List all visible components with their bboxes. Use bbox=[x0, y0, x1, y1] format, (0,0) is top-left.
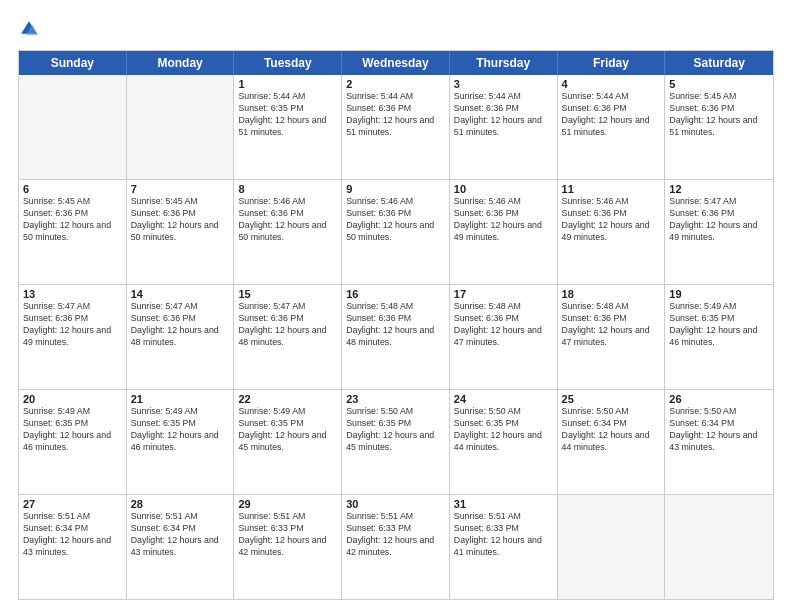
day-number: 15 bbox=[238, 288, 337, 300]
calendar-cell: 30Sunrise: 5:51 AM Sunset: 6:33 PM Dayli… bbox=[342, 495, 450, 599]
day-info: Sunrise: 5:47 AM Sunset: 6:36 PM Dayligh… bbox=[669, 196, 769, 244]
calendar-header-cell: Sunday bbox=[19, 51, 127, 75]
day-info: Sunrise: 5:51 AM Sunset: 6:34 PM Dayligh… bbox=[131, 511, 230, 559]
calendar-cell bbox=[127, 75, 235, 179]
calendar-cell: 20Sunrise: 5:49 AM Sunset: 6:35 PM Dayli… bbox=[19, 390, 127, 494]
calendar-cell: 5Sunrise: 5:45 AM Sunset: 6:36 PM Daylig… bbox=[665, 75, 773, 179]
day-info: Sunrise: 5:46 AM Sunset: 6:36 PM Dayligh… bbox=[346, 196, 445, 244]
day-number: 22 bbox=[238, 393, 337, 405]
day-info: Sunrise: 5:50 AM Sunset: 6:35 PM Dayligh… bbox=[454, 406, 553, 454]
calendar-cell: 27Sunrise: 5:51 AM Sunset: 6:34 PM Dayli… bbox=[19, 495, 127, 599]
calendar-body: 1Sunrise: 5:44 AM Sunset: 6:35 PM Daylig… bbox=[19, 75, 773, 599]
day-info: Sunrise: 5:44 AM Sunset: 6:36 PM Dayligh… bbox=[562, 91, 661, 139]
page: SundayMondayTuesdayWednesdayThursdayFrid… bbox=[0, 0, 792, 612]
calendar-cell: 21Sunrise: 5:49 AM Sunset: 6:35 PM Dayli… bbox=[127, 390, 235, 494]
day-info: Sunrise: 5:47 AM Sunset: 6:36 PM Dayligh… bbox=[23, 301, 122, 349]
day-number: 6 bbox=[23, 183, 122, 195]
calendar-week-row: 13Sunrise: 5:47 AM Sunset: 6:36 PM Dayli… bbox=[19, 284, 773, 389]
day-info: Sunrise: 5:51 AM Sunset: 6:33 PM Dayligh… bbox=[346, 511, 445, 559]
day-number: 16 bbox=[346, 288, 445, 300]
day-info: Sunrise: 5:47 AM Sunset: 6:36 PM Dayligh… bbox=[131, 301, 230, 349]
calendar-cell: 29Sunrise: 5:51 AM Sunset: 6:33 PM Dayli… bbox=[234, 495, 342, 599]
day-number: 7 bbox=[131, 183, 230, 195]
calendar-cell: 25Sunrise: 5:50 AM Sunset: 6:34 PM Dayli… bbox=[558, 390, 666, 494]
logo-icon bbox=[18, 18, 40, 40]
day-number: 9 bbox=[346, 183, 445, 195]
day-info: Sunrise: 5:49 AM Sunset: 6:35 PM Dayligh… bbox=[669, 301, 769, 349]
calendar-cell: 6Sunrise: 5:45 AM Sunset: 6:36 PM Daylig… bbox=[19, 180, 127, 284]
day-number: 19 bbox=[669, 288, 769, 300]
calendar-cell: 9Sunrise: 5:46 AM Sunset: 6:36 PM Daylig… bbox=[342, 180, 450, 284]
calendar-cell: 26Sunrise: 5:50 AM Sunset: 6:34 PM Dayli… bbox=[665, 390, 773, 494]
calendar-cell: 19Sunrise: 5:49 AM Sunset: 6:35 PM Dayli… bbox=[665, 285, 773, 389]
day-info: Sunrise: 5:46 AM Sunset: 6:36 PM Dayligh… bbox=[562, 196, 661, 244]
day-number: 20 bbox=[23, 393, 122, 405]
day-info: Sunrise: 5:45 AM Sunset: 6:36 PM Dayligh… bbox=[131, 196, 230, 244]
day-number: 17 bbox=[454, 288, 553, 300]
calendar-cell: 13Sunrise: 5:47 AM Sunset: 6:36 PM Dayli… bbox=[19, 285, 127, 389]
calendar-header-cell: Thursday bbox=[450, 51, 558, 75]
calendar-cell: 10Sunrise: 5:46 AM Sunset: 6:36 PM Dayli… bbox=[450, 180, 558, 284]
day-info: Sunrise: 5:50 AM Sunset: 6:34 PM Dayligh… bbox=[562, 406, 661, 454]
calendar-cell: 17Sunrise: 5:48 AM Sunset: 6:36 PM Dayli… bbox=[450, 285, 558, 389]
day-number: 1 bbox=[238, 78, 337, 90]
calendar-cell: 2Sunrise: 5:44 AM Sunset: 6:36 PM Daylig… bbox=[342, 75, 450, 179]
day-number: 8 bbox=[238, 183, 337, 195]
calendar-cell: 18Sunrise: 5:48 AM Sunset: 6:36 PM Dayli… bbox=[558, 285, 666, 389]
day-info: Sunrise: 5:47 AM Sunset: 6:36 PM Dayligh… bbox=[238, 301, 337, 349]
day-number: 21 bbox=[131, 393, 230, 405]
day-info: Sunrise: 5:46 AM Sunset: 6:36 PM Dayligh… bbox=[454, 196, 553, 244]
day-number: 25 bbox=[562, 393, 661, 405]
calendar-header-cell: Tuesday bbox=[234, 51, 342, 75]
calendar-cell: 8Sunrise: 5:46 AM Sunset: 6:36 PM Daylig… bbox=[234, 180, 342, 284]
calendar-cell: 15Sunrise: 5:47 AM Sunset: 6:36 PM Dayli… bbox=[234, 285, 342, 389]
calendar-cell bbox=[19, 75, 127, 179]
calendar-cell: 31Sunrise: 5:51 AM Sunset: 6:33 PM Dayli… bbox=[450, 495, 558, 599]
day-info: Sunrise: 5:48 AM Sunset: 6:36 PM Dayligh… bbox=[346, 301, 445, 349]
calendar-cell: 4Sunrise: 5:44 AM Sunset: 6:36 PM Daylig… bbox=[558, 75, 666, 179]
calendar-header-cell: Friday bbox=[558, 51, 666, 75]
calendar-cell: 12Sunrise: 5:47 AM Sunset: 6:36 PM Dayli… bbox=[665, 180, 773, 284]
calendar-cell: 3Sunrise: 5:44 AM Sunset: 6:36 PM Daylig… bbox=[450, 75, 558, 179]
day-number: 4 bbox=[562, 78, 661, 90]
day-number: 5 bbox=[669, 78, 769, 90]
day-info: Sunrise: 5:49 AM Sunset: 6:35 PM Dayligh… bbox=[23, 406, 122, 454]
calendar-header-cell: Monday bbox=[127, 51, 235, 75]
day-info: Sunrise: 5:45 AM Sunset: 6:36 PM Dayligh… bbox=[23, 196, 122, 244]
calendar-header-row: SundayMondayTuesdayWednesdayThursdayFrid… bbox=[19, 51, 773, 75]
calendar-cell: 24Sunrise: 5:50 AM Sunset: 6:35 PM Dayli… bbox=[450, 390, 558, 494]
day-number: 12 bbox=[669, 183, 769, 195]
calendar-header-cell: Saturday bbox=[665, 51, 773, 75]
day-info: Sunrise: 5:50 AM Sunset: 6:35 PM Dayligh… bbox=[346, 406, 445, 454]
calendar-header-cell: Wednesday bbox=[342, 51, 450, 75]
day-number: 29 bbox=[238, 498, 337, 510]
calendar-week-row: 1Sunrise: 5:44 AM Sunset: 6:35 PM Daylig… bbox=[19, 75, 773, 179]
day-number: 11 bbox=[562, 183, 661, 195]
day-number: 31 bbox=[454, 498, 553, 510]
calendar-cell bbox=[558, 495, 666, 599]
day-number: 27 bbox=[23, 498, 122, 510]
day-number: 30 bbox=[346, 498, 445, 510]
day-info: Sunrise: 5:44 AM Sunset: 6:35 PM Dayligh… bbox=[238, 91, 337, 139]
calendar-cell: 23Sunrise: 5:50 AM Sunset: 6:35 PM Dayli… bbox=[342, 390, 450, 494]
calendar-week-row: 27Sunrise: 5:51 AM Sunset: 6:34 PM Dayli… bbox=[19, 494, 773, 599]
calendar-cell: 28Sunrise: 5:51 AM Sunset: 6:34 PM Dayli… bbox=[127, 495, 235, 599]
header bbox=[18, 18, 774, 40]
day-info: Sunrise: 5:48 AM Sunset: 6:36 PM Dayligh… bbox=[454, 301, 553, 349]
day-number: 2 bbox=[346, 78, 445, 90]
day-number: 10 bbox=[454, 183, 553, 195]
day-info: Sunrise: 5:49 AM Sunset: 6:35 PM Dayligh… bbox=[238, 406, 337, 454]
calendar-cell: 22Sunrise: 5:49 AM Sunset: 6:35 PM Dayli… bbox=[234, 390, 342, 494]
day-number: 23 bbox=[346, 393, 445, 405]
day-info: Sunrise: 5:45 AM Sunset: 6:36 PM Dayligh… bbox=[669, 91, 769, 139]
calendar-cell: 14Sunrise: 5:47 AM Sunset: 6:36 PM Dayli… bbox=[127, 285, 235, 389]
calendar-cell: 16Sunrise: 5:48 AM Sunset: 6:36 PM Dayli… bbox=[342, 285, 450, 389]
day-info: Sunrise: 5:51 AM Sunset: 6:33 PM Dayligh… bbox=[454, 511, 553, 559]
calendar-cell: 1Sunrise: 5:44 AM Sunset: 6:35 PM Daylig… bbox=[234, 75, 342, 179]
day-info: Sunrise: 5:51 AM Sunset: 6:33 PM Dayligh… bbox=[238, 511, 337, 559]
day-info: Sunrise: 5:49 AM Sunset: 6:35 PM Dayligh… bbox=[131, 406, 230, 454]
logo bbox=[18, 18, 44, 40]
day-info: Sunrise: 5:51 AM Sunset: 6:34 PM Dayligh… bbox=[23, 511, 122, 559]
day-number: 24 bbox=[454, 393, 553, 405]
calendar-cell: 11Sunrise: 5:46 AM Sunset: 6:36 PM Dayli… bbox=[558, 180, 666, 284]
